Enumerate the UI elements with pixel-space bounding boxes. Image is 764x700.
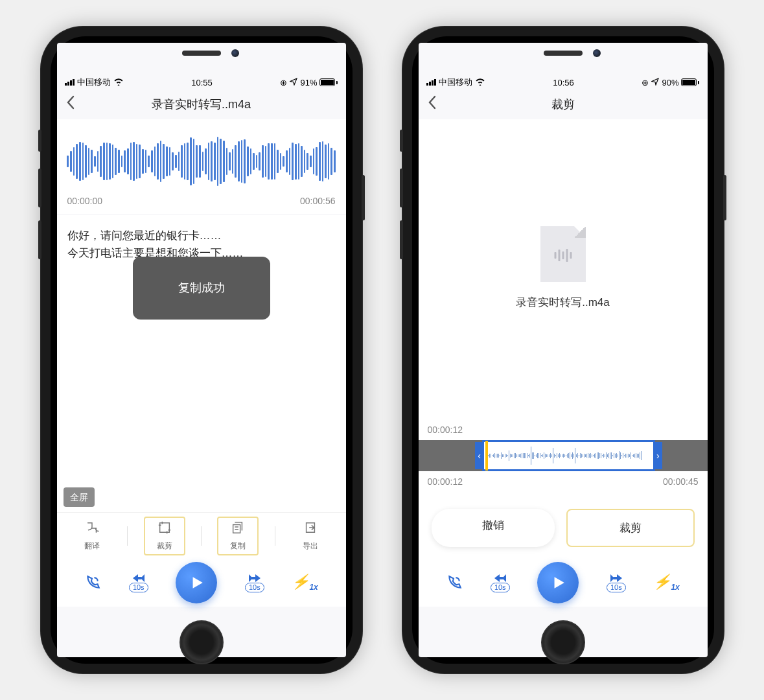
call-button[interactable] — [84, 574, 101, 591]
battery-pct: 91% — [300, 78, 317, 88]
page-title: 裁剪 — [551, 97, 575, 112]
trim-handle-right[interactable]: › — [653, 442, 662, 469]
player-row: 10s 10s ⚡1x — [57, 559, 346, 607]
trim-button[interactable]: 裁剪 — [144, 517, 185, 555]
action-row: 翻译 裁剪 复制 — [57, 512, 346, 559]
status-bar: 中国移动 10:55 ⊕ 91% — [57, 75, 346, 89]
trim-playhead-time: 00:00:12 — [419, 422, 708, 440]
rewind-10s-button[interactable]: 10s — [491, 574, 510, 592]
action-label: 导出 — [303, 541, 318, 552]
battery-icon — [319, 78, 338, 86]
wifi-icon — [475, 77, 485, 88]
alarm-icon: ⊕ — [642, 78, 649, 88]
confirm-trim-button[interactable]: 裁剪 — [569, 511, 692, 544]
alarm-icon: ⊕ — [280, 78, 287, 88]
play-button[interactable] — [537, 562, 579, 603]
clock: 10:56 — [553, 78, 574, 88]
file-name: 录音实时转写..m4a — [516, 295, 610, 310]
translate-icon — [85, 520, 99, 538]
forward-10s-button[interactable]: 10s — [245, 574, 264, 592]
carrier-label: 中国移动 — [77, 76, 111, 88]
action-label: 裁剪 — [157, 541, 172, 552]
audio-file-icon — [540, 226, 586, 282]
trim-actions: 撤销 裁剪 — [419, 497, 708, 559]
action-label: 复制 — [230, 541, 246, 552]
speed-button[interactable]: ⚡1x — [653, 574, 679, 592]
export-icon — [303, 520, 318, 538]
battery-icon — [681, 78, 699, 86]
speed-button[interactable]: ⚡1x — [292, 574, 318, 592]
forward-10s-button[interactable]: 10s — [607, 574, 626, 592]
play-button[interactable] — [176, 562, 217, 603]
fullscreen-button[interactable]: 全屏 — [64, 487, 95, 507]
nav-bar: 录音实时转写..m4a — [57, 89, 346, 119]
wave-time-end: 00:00:56 — [300, 196, 336, 206]
waveform-panel: 00:00:00 00:00:56 — [57, 119, 346, 214]
signal-icon — [426, 79, 436, 86]
crop-icon — [157, 520, 172, 538]
phone-left: 中国移动 10:55 ⊕ 91% — [40, 26, 363, 674]
signal-icon — [65, 79, 75, 86]
page-title: 录音实时转写..m4a — [152, 97, 251, 112]
undo-button[interactable]: 撤销 — [432, 509, 555, 547]
action-label: 翻译 — [84, 541, 100, 552]
trim-selection[interactable]: ‹ › — [482, 440, 656, 471]
phone-right: 中国移动 10:56 ⊕ 90% — [402, 26, 724, 674]
playhead-marker[interactable] — [485, 441, 488, 471]
call-button[interactable] — [446, 574, 463, 591]
wifi-icon — [113, 77, 124, 88]
back-button[interactable] — [428, 95, 437, 113]
trim-start-time: 00:00:12 — [428, 476, 463, 487]
trim-handle-left[interactable]: ‹ — [475, 442, 484, 469]
transcript-area[interactable]: 你好，请问您最近的银行卡…… 今天打电话主要是想和您谈一下…… 复制成功 全屏 — [57, 215, 346, 512]
player-row: 10s 10s ⚡1x — [419, 559, 708, 607]
waveform[interactable] — [67, 132, 336, 191]
wave-time-start: 00:00:00 — [67, 196, 103, 206]
home-button[interactable] — [179, 620, 224, 664]
rewind-10s-button[interactable]: 10s — [129, 574, 148, 592]
transcript-line: 你好，请问您最近的银行卡…… — [67, 227, 336, 244]
home-button[interactable] — [541, 620, 585, 664]
back-button[interactable] — [66, 95, 75, 113]
location-icon — [290, 78, 297, 88]
copy-button[interactable]: 复制 — [217, 517, 259, 555]
nav-bar: 裁剪 — [419, 89, 708, 119]
battery-pct: 90% — [662, 78, 678, 88]
trim-panel: 00:00:12 ‹ › 00:00:12 00:00:45 — [419, 417, 708, 497]
translate-button[interactable]: 翻译 — [73, 518, 111, 554]
toast: 复制成功 — [133, 257, 270, 320]
carrier-label: 中国移动 — [439, 76, 472, 88]
trim-preview: 录音实时转写..m4a — [419, 119, 708, 417]
clock: 10:55 — [191, 78, 213, 88]
export-button[interactable]: 导出 — [291, 518, 330, 554]
trim-end-time: 00:00:45 — [663, 476, 699, 487]
copy-icon — [231, 520, 245, 538]
trim-track[interactable]: ‹ › — [419, 440, 708, 471]
location-icon — [651, 78, 659, 88]
status-bar: 中国移动 10:56 ⊕ 90% — [419, 75, 708, 89]
